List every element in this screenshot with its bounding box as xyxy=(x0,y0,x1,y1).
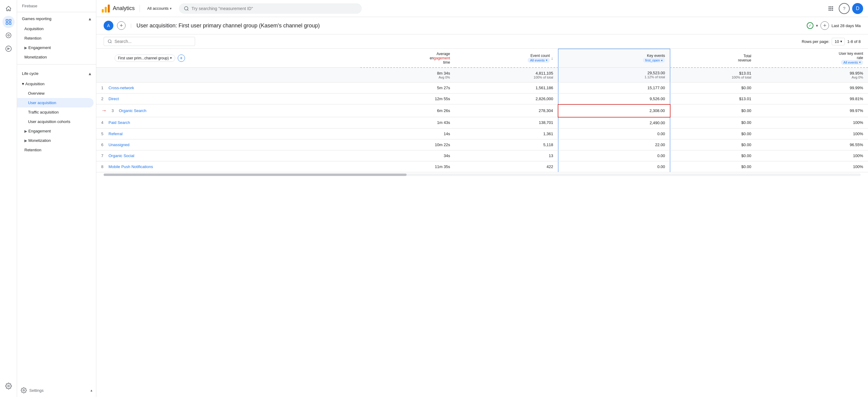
avg-engagement-label-bottom: time xyxy=(365,60,450,65)
account-selector[interactable]: All accounts ▾ xyxy=(145,5,174,12)
event-count-cell: 1,561,186 xyxy=(455,82,558,93)
search-bar[interactable] xyxy=(179,3,362,14)
sidebar-item-overview[interactable]: Overview xyxy=(17,89,94,98)
explore-icon[interactable] xyxy=(2,29,14,41)
search-icon xyxy=(184,6,189,11)
sidebar-item-monetization-lifecycle[interactable]: ▶ Monetization xyxy=(17,136,94,145)
total-revenue-cell: $0.00 xyxy=(670,104,756,117)
row-name[interactable]: Direct xyxy=(108,97,119,101)
table-search[interactable] xyxy=(104,37,195,46)
icon-rail xyxy=(0,0,17,397)
row-name[interactable]: Cross-network xyxy=(108,86,134,90)
avg-engagement-cell: 11m 35s xyxy=(360,161,455,172)
report-header: A + | User acquisition: First user prima… xyxy=(96,17,868,34)
rank-cell: 6 xyxy=(101,142,106,147)
key-events-cell: 9,526.00 xyxy=(558,93,670,104)
avg-engagement-cell: 10m 22s xyxy=(360,139,455,150)
add-icon: + xyxy=(120,23,123,29)
reports-icon[interactable] xyxy=(2,16,14,28)
settings-bottom[interactable]: Settings ▴ xyxy=(17,384,96,397)
rank-cell: 3 xyxy=(112,108,117,113)
table-search-input[interactable] xyxy=(115,39,191,44)
avg-engagement-cell: 1m 43s xyxy=(360,117,455,129)
sidebar-item-user-acquisition-cohorts[interactable]: User acquisition cohorts xyxy=(17,117,94,126)
event-count-filter-chevron: ▾ xyxy=(546,59,547,62)
svg-point-4 xyxy=(6,33,11,38)
sidebar-item-traffic-acquisition[interactable]: Traffic acquisition xyxy=(17,107,94,117)
event-count-filter-label: All events xyxy=(530,59,545,62)
user-key-event-rate-cell: 99.81% xyxy=(756,93,868,104)
user-key-event-rate-cell: 99.99% xyxy=(756,82,868,93)
title-separator: | xyxy=(130,23,132,28)
row-name[interactable]: Unassigned xyxy=(108,142,129,147)
rank-cell: 8 xyxy=(101,164,106,169)
rows-per-page-select[interactable]: 10 ▾ xyxy=(832,38,844,45)
summary-avg-engagement: 8m 34s Avg 0% xyxy=(360,68,455,82)
sidebar-item-engagement-games[interactable]: ▶ Engagement xyxy=(17,43,94,53)
event-count-col-header: Event count All events ▾ ↓ xyxy=(455,49,558,68)
scrollbar-thumb[interactable] xyxy=(104,173,407,176)
rank-cell: 2 xyxy=(101,97,106,101)
row-name[interactable]: Mobile Push Notifications xyxy=(108,164,153,169)
event-count-filter[interactable]: All events ▾ xyxy=(528,58,550,63)
svg-point-12 xyxy=(108,40,111,43)
total-revenue-cell: $0.00 xyxy=(670,82,756,93)
report-actions: ✓ ▾ + Last 28 days Ma xyxy=(807,21,861,30)
dimension-chip-chevron: ▾ xyxy=(170,56,172,60)
add-to-report-btn[interactable]: + xyxy=(820,21,829,30)
key-events-label: Key events xyxy=(563,54,665,58)
sidebar-item-retention-games[interactable]: Retention xyxy=(17,33,94,43)
table-row: 2Direct12m 55s2,826,0009,526.00$13.0199.… xyxy=(96,93,868,104)
user-key-event-rate-cell: 100% xyxy=(756,161,868,172)
row-name[interactable]: Organic Search xyxy=(119,108,146,113)
dimension-chip[interactable]: First user prim...channel group) ▾ xyxy=(115,55,175,62)
sidebar-item-monetization-games[interactable]: Monetization xyxy=(17,53,94,62)
rows-per-page-value: 10 xyxy=(835,39,839,44)
avatar[interactable]: D xyxy=(852,3,863,14)
sidebar-item-user-acquisition[interactable]: User acquisition xyxy=(17,98,94,107)
key-events-filter[interactable]: first_open ▾ xyxy=(643,58,665,63)
key-events-cell: 22.00 xyxy=(558,139,670,150)
search-input[interactable] xyxy=(191,6,357,11)
date-range[interactable]: Last 28 days Ma xyxy=(831,24,861,28)
horizontal-scrollbar[interactable] xyxy=(104,173,861,176)
add-report-icon: + xyxy=(823,23,827,29)
row-name-cell: 4Paid Search xyxy=(96,117,360,129)
firebase-label[interactable]: Firebase xyxy=(17,0,96,12)
home-icon[interactable] xyxy=(2,2,14,14)
games-reporting-header[interactable]: Games reporting ▴ xyxy=(17,12,96,24)
table-container: First user prim...channel group) ▾ + Ave… xyxy=(96,49,868,397)
user-key-event-rate-label-bottom: rate xyxy=(761,56,863,60)
sidebar-item-acquisition-lifecycle[interactable]: ▾ Acquisition xyxy=(17,79,94,89)
lifecycle-header[interactable]: Life cycle ▴ xyxy=(17,67,96,79)
rank-cell: 7 xyxy=(101,154,106,158)
settings-rail-icon[interactable] xyxy=(2,380,14,392)
svg-point-5 xyxy=(8,34,9,36)
row-name[interactable]: Organic Social xyxy=(108,154,134,158)
event-count-cell: 422 xyxy=(455,161,558,172)
add-comparison-btn[interactable]: + xyxy=(117,21,126,30)
row-name-cell: 8Mobile Push Notifications xyxy=(96,161,360,172)
sidebar-item-engagement-lifecycle[interactable]: ▶ Engagement xyxy=(17,126,94,136)
advertising-icon[interactable] xyxy=(2,43,14,55)
avg-engagement-col-header: Average engagement time xyxy=(360,49,455,68)
help-icon-btn[interactable]: ? xyxy=(839,3,850,14)
summary-key-events: 29,523.00 1.12% of total xyxy=(558,68,670,82)
avg-engagement-cell: 34s xyxy=(360,150,455,161)
row-name[interactable]: Referral xyxy=(108,132,123,136)
event-count-label: Event count xyxy=(528,54,550,58)
summary-row: 8m 34s Avg 0% 4,811,105 100% of total 29… xyxy=(96,68,868,82)
rows-per-page-chevron: ▾ xyxy=(840,39,842,43)
add-dimension-btn[interactable]: + xyxy=(178,55,185,62)
row-name[interactable]: Paid Search xyxy=(108,120,130,125)
settings-icon xyxy=(21,387,27,393)
row-name-cell: 6Unassigned xyxy=(96,139,360,150)
sidebar-item-acquisition-games[interactable]: Acquisition xyxy=(17,24,94,33)
table-toolbar: Rows per page: 10 ▾ 1-8 of 8 xyxy=(96,34,868,49)
sidebar-item-retention-lifecycle[interactable]: Retention xyxy=(17,145,94,155)
title-settings-btn[interactable]: ▾ xyxy=(816,23,818,28)
date-range-label: Last 28 days xyxy=(831,24,854,28)
svg-rect-0 xyxy=(6,20,8,21)
apps-icon-btn[interactable] xyxy=(825,3,836,14)
user-key-event-rate-filter[interactable]: All events ▾ xyxy=(841,60,863,65)
